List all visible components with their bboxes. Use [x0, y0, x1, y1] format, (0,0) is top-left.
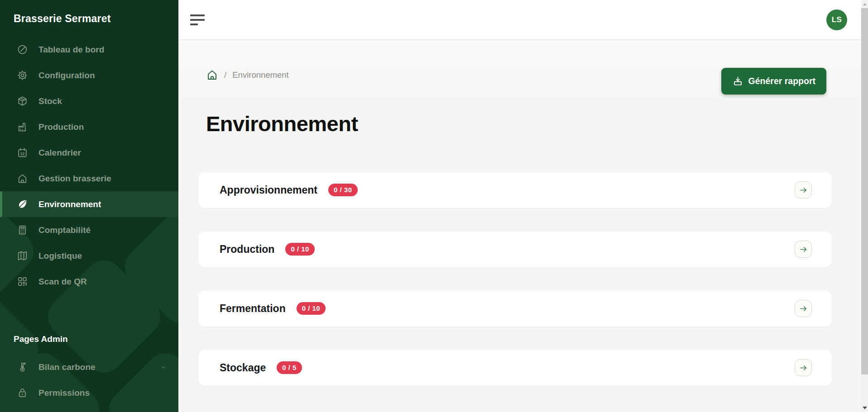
- sidebar-item-comptabilite[interactable]: Comptabilité: [0, 217, 178, 243]
- card-count-badge: 0 / 5: [277, 361, 302, 374]
- card-open-button[interactable]: [795, 241, 812, 258]
- breadcrumb-home-icon[interactable]: [206, 69, 218, 81]
- sidebar-item-label: Gestion brasserie: [38, 174, 111, 184]
- card-stockage[interactable]: Stockage 0 / 5: [198, 350, 832, 386]
- sidebar-item-label: Comptabilité: [38, 225, 91, 235]
- breadcrumb-current: Environnement: [232, 70, 288, 80]
- card-title: Fermentation: [220, 303, 286, 315]
- topbar: LS: [178, 0, 861, 40]
- scrollbar-thumb[interactable]: [861, 8, 868, 374]
- sidebar-item-stock[interactable]: Stock: [0, 88, 178, 114]
- sidebar-nav: Tableau de bord Configuration Stock Prod…: [0, 37, 178, 294]
- vertical-scrollbar[interactable]: [861, 0, 868, 412]
- page-head: / Environnement Générer rapport: [198, 68, 832, 95]
- sidebar-item-label: Logistique: [38, 251, 82, 261]
- sidebar-item-tableau-de-bord[interactable]: Tableau de bord: [0, 37, 178, 62]
- sidebar-item-bilan-carbone[interactable]: Bilan carbone: [0, 354, 178, 380]
- package-icon: [17, 95, 28, 107]
- svg-text:12: 12: [20, 152, 25, 156]
- arrow-right-icon: [799, 304, 808, 313]
- scroll-up-arrow[interactable]: [863, 3, 867, 5]
- sidebar-item-configuration[interactable]: Configuration: [0, 62, 178, 88]
- card-count-badge: 0 / 10: [285, 243, 315, 256]
- sidebar-item-label: Tableau de bord: [38, 45, 104, 55]
- admin-section-heading: Pages Admin: [0, 334, 178, 344]
- sidebar-item-label: Bilan carbone: [38, 362, 96, 372]
- card-count-badge: 0 / 30: [328, 184, 358, 196]
- brand-title: Brasserie Sermaret: [0, 0, 178, 25]
- arrow-right-icon: [799, 245, 808, 254]
- sidebar-item-label: Scan de QR: [38, 277, 87, 287]
- sidebar-item-logistique[interactable]: Logistique: [0, 243, 178, 269]
- card-fermentation[interactable]: Fermentation 0 / 10: [198, 291, 832, 327]
- thermometer-icon: [17, 361, 28, 373]
- category-cards: Approvisionnement 0 / 30 Production 0 / …: [198, 172, 832, 386]
- page-title: Environnement: [206, 113, 832, 135]
- app-window: Brasserie Sermaret Tableau de bord Confi…: [0, 0, 868, 412]
- breadcrumb-separator: /: [224, 70, 226, 80]
- sidebar-item-environnement[interactable]: Environnement: [0, 191, 178, 217]
- generate-report-label: Générer rapport: [748, 76, 815, 86]
- map-icon: [17, 250, 28, 261]
- arrow-right-icon: [799, 363, 808, 373]
- sidebar-item-production[interactable]: Production: [0, 114, 178, 140]
- card-open-button[interactable]: [795, 359, 812, 376]
- page-content: / Environnement Générer rapport Environn…: [178, 40, 861, 412]
- gear-icon: [17, 70, 28, 81]
- user-avatar[interactable]: LS: [826, 9, 847, 30]
- card-title: Production: [220, 243, 274, 256]
- breadcrumb: / Environnement: [206, 69, 289, 81]
- calculator-icon: [17, 224, 28, 236]
- sidebar-item-label: Permissions: [38, 388, 90, 398]
- card-title: Approvisionnement: [220, 184, 317, 196]
- sidebar-item-scan-de-qr[interactable]: Scan de QR: [0, 269, 178, 294]
- download-icon: [732, 76, 743, 87]
- calendar-icon: 12: [17, 147, 28, 158]
- home-icon: [17, 173, 28, 184]
- hamburger-menu-button[interactable]: [190, 14, 205, 25]
- sidebar-item-label: Configuration: [38, 71, 95, 81]
- main-area: LS / Environnement Générer rapport: [178, 0, 861, 412]
- sidebar-item-calendrier[interactable]: 12 Calendrier: [0, 140, 178, 166]
- arrow-right-icon: [799, 185, 808, 195]
- card-count-badge: 0 / 10: [297, 302, 326, 315]
- sidebar-item-label: Calendrier: [38, 148, 81, 158]
- gauge-icon: [17, 44, 28, 55]
- card-open-button[interactable]: [795, 181, 812, 199]
- scroll-down-arrow[interactable]: [863, 407, 867, 409]
- sidebar-item-gestion-brasserie[interactable]: Gestion brasserie: [0, 166, 178, 191]
- sidebar: Brasserie Sermaret Tableau de bord Confi…: [0, 0, 178, 412]
- sidebar-admin-nav: Bilan carbone Permissions: [0, 354, 178, 406]
- card-production[interactable]: Production 0 / 10: [198, 232, 832, 267]
- generate-report-button[interactable]: Générer rapport: [721, 68, 826, 95]
- card-approvisionnement[interactable]: Approvisionnement 0 / 30: [198, 172, 832, 208]
- chevron-down-icon: [160, 364, 167, 370]
- sidebar-item-permissions[interactable]: Permissions: [0, 380, 178, 406]
- sidebar-item-label: Stock: [38, 96, 62, 106]
- sidebar-item-label: Environnement: [38, 199, 101, 209]
- card-title: Stockage: [220, 362, 266, 374]
- lock-icon: [17, 387, 28, 398]
- factory-icon: [17, 121, 28, 133]
- qr-code-icon: [17, 276, 28, 287]
- leaf-icon: [17, 199, 28, 210]
- card-open-button[interactable]: [795, 300, 812, 317]
- sidebar-item-label: Production: [38, 122, 84, 132]
